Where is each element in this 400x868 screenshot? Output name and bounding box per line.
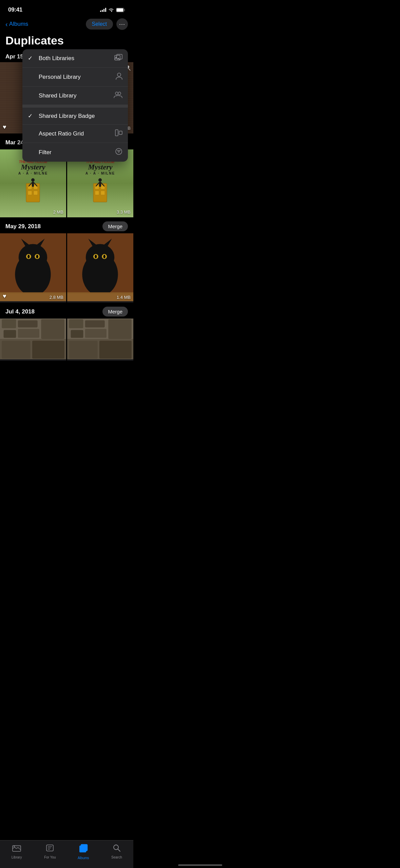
date-label-3: May 29, 2018 — [5, 223, 41, 230]
dropdown-item-filter[interactable]: Filter — [22, 143, 128, 162]
checkmark-both-libraries: ✓ — [28, 55, 35, 62]
svg-rect-60 — [2, 319, 16, 328]
status-icons — [100, 8, 125, 12]
svg-rect-73 — [85, 329, 107, 338]
dropdown-item-both-libraries[interactable]: ✓ Both Libraries — [22, 49, 128, 68]
svg-rect-74 — [108, 319, 132, 339]
photo-row-4 — [0, 319, 133, 361]
ellipsis-icon: ··· — [119, 21, 125, 28]
merge-button-3[interactable]: Merge — [102, 307, 128, 317]
filter-icon — [115, 148, 122, 157]
svg-rect-78 — [117, 54, 122, 59]
svg-point-53 — [95, 255, 97, 258]
dropdown-item-shared-library-badge[interactable]: ✓ Shared Library Badge — [22, 108, 128, 125]
svg-rect-72 — [71, 330, 83, 338]
svg-rect-63 — [18, 329, 39, 338]
merge-button-2[interactable]: Merge — [102, 221, 128, 231]
svg-rect-65 — [2, 341, 30, 359]
select-button[interactable]: Select — [86, 19, 113, 30]
svg-rect-16 — [28, 185, 32, 189]
svg-point-36 — [19, 244, 47, 270]
svg-point-29 — [98, 178, 102, 182]
dropdown-item-shared-library[interactable]: Shared Library — [22, 87, 128, 105]
dropdown-item-aspect-ratio-grid[interactable]: Aspect Ratio Grid — [22, 125, 128, 143]
photo-cell-cat-3[interactable]: 1.4 MB — [67, 233, 133, 303]
dropdown-menu[interactable]: ✓ Both Libraries Personal Library — [22, 49, 128, 162]
svg-rect-28 — [101, 191, 105, 195]
svg-rect-75 — [69, 341, 97, 359]
heart-icon-2: ♥ — [3, 293, 6, 300]
svg-rect-70 — [69, 319, 83, 328]
photo-cell-stone-2[interactable] — [67, 319, 133, 361]
svg-rect-76 — [99, 341, 132, 359]
svg-rect-27 — [95, 191, 99, 195]
chevron-left-icon: ‹ — [5, 21, 8, 28]
photo-size-4: 2.8 MB — [50, 295, 63, 300]
status-bar: 09:41 — [0, 0, 133, 17]
dropdown-item-personal-library[interactable]: Personal Library — [22, 68, 128, 87]
photo-group-3: May 29, 2018 Merge — [0, 217, 133, 303]
svg-point-82 — [118, 92, 121, 95]
svg-rect-25 — [95, 185, 99, 189]
svg-point-80 — [117, 73, 121, 76]
aspect-ratio-grid-label: Aspect Ratio Grid — [39, 130, 84, 137]
svg-rect-19 — [34, 191, 38, 195]
svg-point-48 — [86, 244, 114, 270]
persons-icon — [114, 91, 122, 100]
person-icon — [116, 72, 122, 82]
photo-group-4: Jul 4, 2018 Merge — [0, 303, 133, 361]
checkmark-shared-badge: ✓ — [28, 112, 35, 120]
nav-actions: Select ··· — [86, 18, 128, 30]
date-header-3: May 29, 2018 Merge — [0, 217, 133, 233]
photo-size-3: 3.3 MB — [117, 210, 131, 215]
photo-cell-stone-1[interactable] — [0, 319, 66, 361]
svg-rect-18 — [28, 191, 32, 195]
svg-rect-71 — [85, 320, 105, 327]
navigation-bar: ‹ Albums Select ··· — [0, 17, 133, 33]
svg-rect-84 — [119, 131, 122, 134]
svg-point-42 — [36, 255, 38, 258]
photo-size-2: 2 MB — [53, 210, 63, 215]
back-label: Albums — [9, 21, 28, 28]
svg-rect-83 — [115, 130, 118, 136]
photo-cell-cat-2[interactable]: ♥ 2.8 MB — [0, 233, 66, 303]
more-button[interactable]: ··· — [116, 18, 128, 30]
heart-icon: ♥ — [3, 124, 6, 131]
wifi-icon — [108, 8, 114, 12]
photos-icon — [114, 54, 122, 62]
shared-library-badge-label: Shared Library Badge — [39, 113, 95, 120]
grid-icon — [115, 129, 122, 138]
filter-label: Filter — [39, 149, 52, 156]
svg-point-81 — [115, 92, 118, 95]
svg-point-41 — [27, 255, 30, 258]
date-header-4: Jul 4, 2018 Merge — [0, 303, 133, 319]
status-time: 09:41 — [8, 6, 22, 13]
svg-point-20 — [31, 178, 35, 182]
battery-icon — [116, 8, 125, 12]
shared-library-label: Shared Library — [39, 92, 77, 99]
content-area: Apr 15, 2017 — [0, 49, 133, 391]
signal-icon — [100, 8, 106, 12]
menu-separator — [22, 105, 128, 108]
date-label-4: Jul 4, 2018 — [5, 308, 35, 315]
back-button[interactable]: ‹ Albums — [5, 21, 28, 28]
svg-rect-61 — [18, 320, 38, 327]
svg-rect-64 — [41, 319, 64, 339]
svg-rect-66 — [32, 341, 64, 359]
personal-library-label: Personal Library — [39, 74, 81, 80]
svg-rect-62 — [4, 330, 16, 338]
svg-point-54 — [103, 255, 105, 258]
both-libraries-label: Both Libraries — [39, 55, 74, 62]
svg-rect-1 — [117, 8, 123, 12]
page-title: Duplicates — [0, 33, 133, 49]
photo-size-5: 1.4 MB — [117, 295, 131, 300]
photo-row-3: ♥ 2.8 MB 1.4 MB — [0, 233, 133, 303]
